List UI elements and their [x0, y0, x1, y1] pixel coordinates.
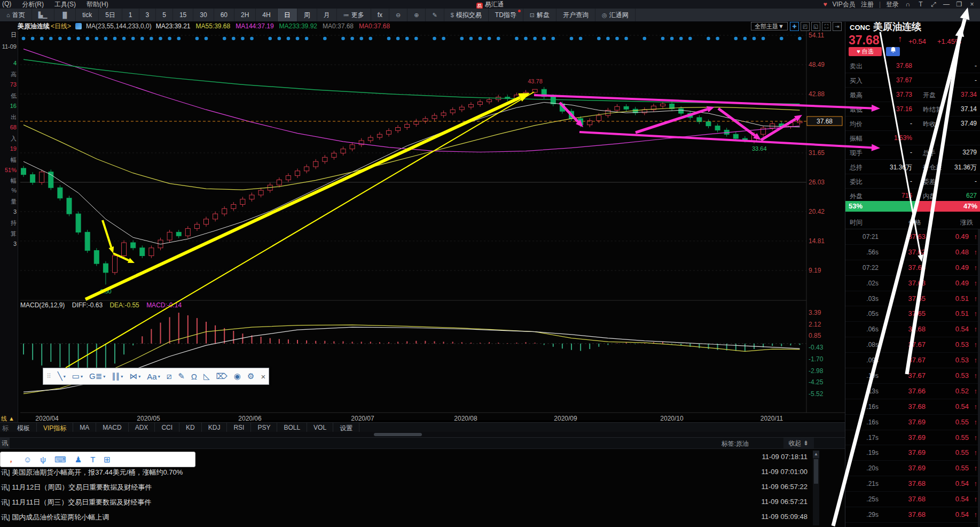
tick-row[interactable]: .05s37.650.51↑: [845, 306, 980, 322]
text-tool-icon[interactable]: Aa▾: [147, 372, 160, 381]
tick-row[interactable]: .13s37.660.52↑: [845, 384, 980, 399]
ime-icon-2[interactable]: ψ: [40, 455, 46, 464]
toolbar-m60-button[interactable]: 60: [214, 9, 234, 21]
close-icon[interactable]: ×: [968, 1, 976, 8]
skin-icon[interactable]: T: [917, 1, 924, 8]
ime-icon-0[interactable]: ，: [7, 454, 15, 464]
toolbar-m5-button[interactable]: 5: [156, 9, 173, 21]
pan-icon[interactable]: ✚: [790, 22, 799, 31]
indicator-icon[interactable]: [75, 23, 82, 29]
toolbar-week-button[interactable]: 周: [297, 9, 317, 21]
news-collapse-button[interactable]: 收起 ⇟: [783, 438, 814, 448]
magnet-tool-icon[interactable]: Ω: [191, 372, 197, 381]
toolbar-h2-button[interactable]: 2H: [234, 9, 256, 21]
popout-icon[interactable]: ⤢: [930, 1, 937, 8]
toolbar-month-button[interactable]: 月: [317, 9, 337, 21]
toolbar-m1-button[interactable]: 1: [122, 9, 139, 21]
tab-VOL[interactable]: VOL: [307, 423, 333, 432]
period-label[interactable]: <日线>: [51, 22, 71, 31]
restore-icon[interactable]: ❐: [955, 1, 963, 8]
vlines-tool-icon[interactable]: ∥∥▾: [112, 371, 123, 381]
tab-CCI[interactable]: CCI: [155, 423, 179, 432]
tick-list[interactable]: 07:2137.630.49↑.56s37.620.48↑07:2237.630…: [845, 229, 980, 527]
tab-KDJ[interactable]: KDJ: [202, 423, 228, 432]
tick-row[interactable]: .19s37.690.55↑: [845, 445, 980, 461]
toolbar-jiepan-button[interactable]: ⊡解盘: [523, 9, 556, 21]
tab-RSI[interactable]: RSI: [227, 423, 251, 432]
fullscreen-icon[interactable]: ⛶: [822, 22, 831, 31]
menu-item-0[interactable]: (Q): [2, 0, 11, 9]
shape-tool-icon[interactable]: ▭▾: [72, 371, 83, 381]
menu-item-3[interactable]: 帮助(H): [87, 0, 108, 9]
toolbar-m3-button[interactable]: 3: [139, 9, 156, 21]
tick-row[interactable]: .16s37.690.55↑: [845, 415, 980, 430]
tab-MA[interactable]: MA: [73, 423, 96, 432]
tick-row[interactable]: .29s37.680.54↑: [845, 507, 980, 523]
tab-ADX[interactable]: ADX: [129, 423, 155, 432]
ime-icon-5[interactable]: T: [90, 455, 95, 464]
toolbar-candle-chart-button[interactable]: ▐▌: [54, 9, 76, 21]
hscroll-thumb[interactable]: [374, 433, 422, 436]
toolbar-zoom-out-button[interactable]: ⊖: [389, 9, 407, 21]
toolbar-day-button[interactable]: 日: [278, 9, 297, 21]
tick-row[interactable]: 07:2237.630.49↑: [845, 260, 980, 276]
tab-模板[interactable]: 模板: [11, 423, 37, 432]
minimize-icon[interactable]: —: [943, 1, 950, 8]
tab-VIP指标[interactable]: VIP指标: [37, 423, 73, 432]
menu-item-1[interactable]: 分析(R): [22, 0, 44, 9]
tick-row[interactable]: .08s37.670.53↑: [845, 337, 980, 353]
news-scroll-thumb[interactable]: [814, 459, 818, 484]
toolbar-m15-button[interactable]: 15: [173, 9, 193, 21]
tick-row[interactable]: .09s37.670.53↑: [845, 353, 980, 368]
toolbar-m30-button[interactable]: 30: [193, 9, 214, 21]
alert-bell-button[interactable]: [886, 47, 900, 56]
chart-hscrollbar[interactable]: [0, 432, 845, 437]
tick-row[interactable]: .25s37.680.54↑: [845, 492, 980, 507]
toolbar-huitong-net-button[interactable]: ◎汇通网: [595, 9, 636, 21]
news-item[interactable]: 讯] 国内成品油价或迎两轮小幅上调11-09 05:09:48: [0, 509, 845, 524]
pencil-tool-icon[interactable]: ✎: [178, 371, 185, 381]
col-time[interactable]: 时间: [850, 218, 863, 227]
add-favorite-button[interactable]: ♥ 自选: [849, 47, 882, 56]
settings-tool-icon[interactable]: ⚙: [247, 371, 254, 381]
toolbar-td-guide-button[interactable]: TD指导: [489, 9, 523, 21]
news-tab[interactable]: 讯: [0, 438, 10, 448]
tick-row[interactable]: .02s37.630.49↑: [845, 276, 980, 291]
toolbar-home-button[interactable]: ⌂首页: [0, 9, 32, 21]
trash-tool-icon[interactable]: ⌦: [216, 371, 228, 381]
visibility-tool-icon[interactable]: ◉: [234, 371, 241, 381]
toolbar-5d-button[interactable]: 5日: [99, 9, 122, 21]
tab-PSY[interactable]: PSY: [251, 423, 277, 432]
ime-icon-1[interactable]: ☺: [23, 455, 32, 464]
tab-BOLL[interactable]: BOLL: [277, 423, 307, 432]
ime-icon-3[interactable]: ⌨: [54, 455, 66, 464]
collapse-panel-icon[interactable]: ⇥: [833, 22, 842, 31]
ime-icon-6[interactable]: ⊞: [104, 455, 111, 464]
eraser-tool-icon[interactable]: ◺: [203, 371, 210, 381]
tick-scrollbar[interactable]: [978, 229, 980, 527]
news-item[interactable]: 讯] 11月12日（周四）交易日重要数据及财经事件11-09 06:57:22: [0, 479, 845, 494]
line-tool-icon[interactable]: ╲▾: [58, 371, 66, 381]
tick-row[interactable]: 07:2137.630.49↑: [845, 229, 980, 245]
tick-row[interactable]: .17s37.690.55↑: [845, 430, 980, 446]
close-tool-icon[interactable]: ×: [261, 372, 265, 381]
gann-tool-icon[interactable]: G≣▾: [89, 371, 105, 381]
scroll-up-arrow[interactable]: ▲: [813, 451, 819, 458]
tick-row[interactable]: .06s37.680.54↑: [845, 322, 980, 337]
axis-left-icon[interactable]: ◰: [801, 22, 810, 31]
toolbar-fx-button[interactable]: fx: [371, 9, 389, 21]
toolbar-h4-button[interactable]: 4H: [256, 9, 277, 21]
menu-item-2[interactable]: 工具(S): [54, 0, 76, 9]
toolbar-time-chart-button[interactable]: ▙▁: [32, 9, 54, 21]
col-change[interactable]: 涨跌: [960, 218, 973, 227]
tick-row[interactable]: .56s37.620.48↑: [845, 245, 980, 260]
toolbar-tick-button[interactable]: tick: [76, 9, 99, 21]
tick-row[interactable]: .10s37.670.53↑: [845, 368, 980, 384]
news-scrollbar[interactable]: ▲: [813, 451, 819, 525]
tick-row[interactable]: .32s37.680.54↑: [845, 523, 980, 527]
col-price[interactable]: 价格: [908, 218, 921, 227]
drag-handle-icon[interactable]: ⠿: [46, 373, 51, 380]
news-item[interactable]: 讯] 11月11日（周三）交易日重要数据及财经事件11-09 06:57:21: [0, 494, 845, 509]
tick-row[interactable]: .03s37.650.51↑: [845, 291, 980, 307]
tab-KD[interactable]: KD: [179, 423, 202, 432]
